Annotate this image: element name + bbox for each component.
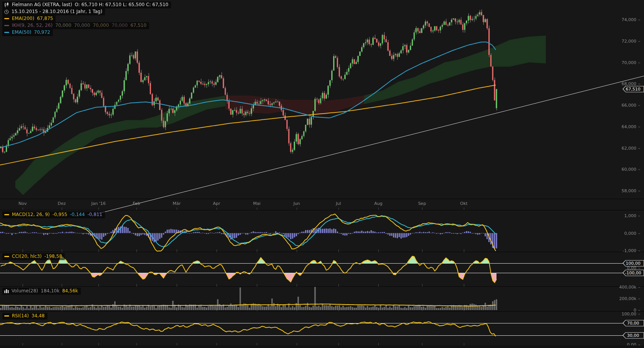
month-label: Sep <box>418 201 426 206</box>
volume-label: Volume(28) <box>12 288 38 294</box>
axis-value-label: 68,000 <box>622 81 641 86</box>
axis-tick <box>638 314 640 314</box>
axis-value-label: 1,000 <box>624 213 641 218</box>
axis-tick <box>638 268 640 268</box>
ikh-value-1: 70,000 <box>55 23 71 28</box>
macd-marker-icon <box>4 214 9 215</box>
axis-value-label: -1,000 <box>623 248 640 253</box>
cci-lower-tag: -100,00 <box>623 270 644 276</box>
macd-legend[interactable]: MACD(12, 26, 9) -0,955 -0,144 -0,811 <box>2 211 105 218</box>
ema50-label: EMA(50) <box>12 30 31 35</box>
cci-value: -198,58 <box>44 254 62 259</box>
ikh-value-2: 70,000 <box>74 23 90 28</box>
cci-lower-tag-value: -100,00 <box>623 270 644 276</box>
rsi-lower-tag-value: 30,00 <box>623 333 644 338</box>
cci-upper-tag-value: 100,00 <box>623 261 644 266</box>
rsi-label: RSI(14) <box>12 313 29 319</box>
axis-value-label: 62,000 <box>622 146 641 151</box>
rsi-marker-icon <box>4 315 9 317</box>
price-tag-value: 67,510 <box>623 86 644 92</box>
clock-icon <box>4 10 9 14</box>
axis-tick <box>638 287 640 287</box>
rsi-value: 34,48 <box>31 313 44 319</box>
axis-value-label: 74,000 <box>622 17 641 22</box>
rsi-legend[interactable]: RSI(14) 34,48 <box>2 313 48 320</box>
ema200-marker-icon <box>4 18 9 19</box>
axis-value-label: 60,000 <box>622 167 641 172</box>
cci-label: CCI(20, hlc3) <box>12 254 42 259</box>
cci-upper-tag: 100,00 <box>623 260 644 267</box>
date-range: 15.10.2015 - 28.10.2016 (1 Jahr, 1 Tag) <box>12 9 102 15</box>
macd-value-signal: -0,144 <box>70 212 85 218</box>
axis-tick <box>638 105 640 106</box>
axis-tick <box>638 84 640 84</box>
month-label: Feb <box>133 201 140 206</box>
month-label: Jan '16 <box>91 201 105 206</box>
ema200-label: EMA(200) <box>12 16 34 21</box>
macd-value-hist: -0,811 <box>87 212 102 218</box>
month-label: Mai <box>253 201 260 206</box>
axis-value-label: 400,00k <box>619 285 640 290</box>
axis-value-label: 66,000 <box>622 103 641 108</box>
axis-tick <box>638 299 640 299</box>
axis-tick <box>638 191 640 191</box>
ikh-marker-icon <box>4 25 9 26</box>
axis-tick <box>638 345 640 345</box>
month-label: Okt <box>460 201 467 206</box>
cci-marker-icon <box>4 256 9 257</box>
axis-value-label: 200,00k <box>619 296 640 301</box>
axis-value-label: 64,000 <box>622 124 641 129</box>
ema200-value: 67,875 <box>37 16 53 21</box>
candlestick-chart-icon <box>4 2 9 8</box>
rsi-upper-tag-value: 70,00 <box>623 320 644 326</box>
axis-value-label: 72,000 <box>622 39 641 44</box>
axis-tick <box>638 63 640 63</box>
ikh-value-4: 70,000 <box>112 23 128 28</box>
month-label: Apr <box>213 201 220 206</box>
axis-value-label: 100,00 <box>622 312 641 317</box>
ema50-marker-icon <box>4 32 9 33</box>
axis-tick <box>638 216 640 216</box>
ikh-value-3: 70,000 <box>93 23 109 28</box>
date-range-row: 15.10.2015 - 28.10.2016 (1 Jahr, 1 Tag) <box>2 8 105 15</box>
ikh-legend[interactable]: IKH(9, 26, 52, 26) 70,000 70,000 70,000 … <box>2 22 149 29</box>
axis-tick <box>638 148 640 148</box>
month-label: Jun <box>293 201 300 206</box>
axis-value-label: 58,000 <box>622 188 641 193</box>
axis-value-label: 0,000 <box>624 231 641 236</box>
rsi-lower-tag: 30,00 <box>623 332 644 339</box>
month-label: Jul <box>336 201 341 206</box>
ema200-legend[interactable]: EMA(200) 67,875 <box>2 15 56 22</box>
bottom-strip <box>0 345 644 348</box>
axis-value-label: 70,000 <box>622 60 641 65</box>
ikh-value-5: 67,510 <box>130 23 146 28</box>
ohlc-values: O: 65,710 H: 67,510 L: 65,500 C: 67,510 <box>75 2 168 8</box>
volume-ma-value: 84,56k <box>62 288 78 294</box>
month-label: Mär <box>173 201 181 206</box>
chart-window: Fielmann AG (XETRA, last) O: 65,710 H: 6… <box>0 0 644 348</box>
month-label: Aug <box>374 201 382 206</box>
macd-label: MACD(12, 26, 9) <box>12 212 50 218</box>
ema50-value: 70,972 <box>34 30 50 35</box>
ikh-label: IKH(9, 26, 52, 26) <box>12 23 53 28</box>
axis-tick <box>638 127 640 127</box>
month-label: Nov <box>18 201 26 206</box>
chart-canvas[interactable] <box>0 0 644 348</box>
cci-legend[interactable]: CCI(20, hlc3) -198,58 <box>2 253 65 260</box>
volume-bars-icon <box>4 289 9 293</box>
volume-value: 184,10k <box>41 288 59 294</box>
rsi-upper-tag: 70,00 <box>623 320 644 327</box>
axis-tick <box>638 169 640 170</box>
axis-tick <box>638 233 640 234</box>
axis-tick <box>638 41 640 41</box>
axis-tick <box>638 251 640 251</box>
volume-legend[interactable]: Volume(28) 184,10k 84,56k <box>2 288 81 295</box>
axis-tick <box>638 310 640 310</box>
axis-tick <box>638 20 640 20</box>
price-tag: 67,510 <box>623 86 644 92</box>
ema50-legend[interactable]: EMA(50) 70,972 <box>2 29 53 36</box>
symbol-header: Fielmann AG (XETRA, last) O: 65,710 H: 6… <box>2 2 171 8</box>
symbol-title: Fielmann AG (XETRA, last) <box>12 2 72 8</box>
month-label: Dez <box>58 201 66 206</box>
macd-value-line: -0,955 <box>53 212 67 218</box>
